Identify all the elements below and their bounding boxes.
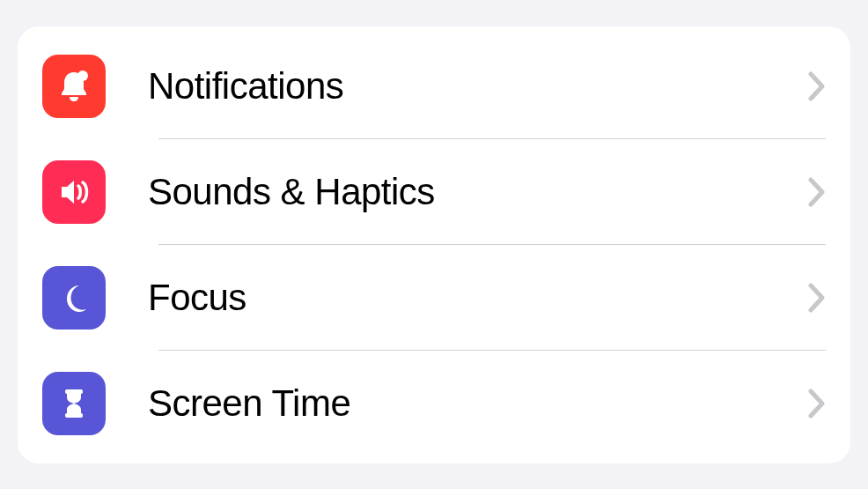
chevron-right-icon <box>808 283 826 313</box>
chevron-right-icon <box>808 389 826 419</box>
row-label: Notifications <box>148 65 794 107</box>
svg-rect-2 <box>65 413 83 418</box>
settings-row-notifications[interactable]: Notifications <box>18 33 850 139</box>
svg-point-0 <box>77 70 88 81</box>
row-label: Screen Time <box>148 382 794 425</box>
svg-rect-1 <box>65 389 83 394</box>
row-label: Sounds & Haptics <box>148 171 794 213</box>
settings-row-screentime[interactable]: Screen Time <box>18 351 850 456</box>
hourglass-icon <box>42 372 106 435</box>
settings-row-focus[interactable]: Focus <box>18 245 850 351</box>
settings-row-sounds[interactable]: Sounds & Haptics <box>18 139 850 245</box>
chevron-right-icon <box>808 71 826 101</box>
bell-icon <box>42 55 106 118</box>
settings-group: Notifications Sounds & Haptics <box>18 26 850 463</box>
chevron-right-icon <box>808 177 826 207</box>
speaker-icon <box>42 160 106 224</box>
row-label: Focus <box>148 277 794 319</box>
moon-icon <box>42 266 106 330</box>
